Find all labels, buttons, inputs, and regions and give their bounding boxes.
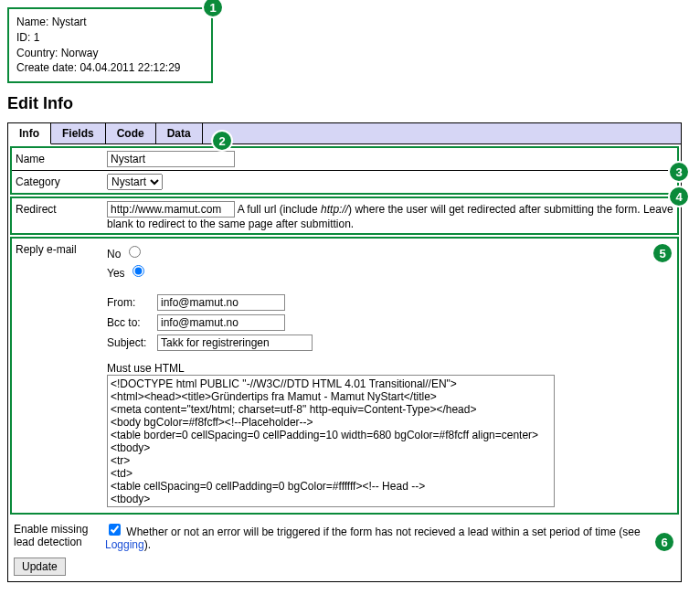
row-name: Name <box>12 148 677 170</box>
input-name[interactable] <box>107 151 235 167</box>
radio-no[interactable] <box>129 246 141 258</box>
input-subject[interactable] <box>157 335 313 351</box>
tab-code[interactable]: Code <box>106 123 156 143</box>
field-from: From: <box>107 294 673 311</box>
callout-badge-1: 1 <box>202 0 224 18</box>
edit-panel: Info Fields Code Data 2 Name Category Ny… <box>7 122 682 582</box>
input-from[interactable] <box>157 294 285 311</box>
tab-row: Info Fields Code Data 2 <box>8 123 681 144</box>
row-lead-detection: Enable missinglead detection Whether or … <box>10 518 679 554</box>
callout-badge-6: 6 <box>653 531 675 553</box>
field-subject: Subject: <box>107 335 673 351</box>
tab-fields[interactable]: Fields <box>51 123 106 143</box>
record-summary-box: 1 Name: Nystart ID: 1 Country: Norway Cr… <box>7 7 213 83</box>
update-button[interactable]: Update <box>14 558 66 576</box>
summary-create-date: Create date: 04.04.2011 22:12:29 <box>16 60 204 76</box>
label-subject: Subject: <box>107 336 157 349</box>
form-area: Name Category Nystart 3 Redirect <box>8 144 681 581</box>
callout-badge-3: 3 <box>668 161 689 183</box>
input-bcc[interactable] <box>157 314 285 331</box>
tab-info[interactable]: Info <box>8 123 51 144</box>
radio-no-label: No <box>107 248 121 260</box>
group-lead-detection: Enable missinglead detection Whether or … <box>10 518 679 554</box>
row-reply: Reply e-mail No Yes From: <box>12 239 677 513</box>
label-bcc: Bcc to: <box>107 316 157 329</box>
group-name-category: Name Category Nystart 3 <box>10 146 679 195</box>
radio-line-no: No <box>107 243 673 260</box>
label-category: Category <box>16 173 107 191</box>
label-name: Name <box>16 150 107 168</box>
label-from: From: <box>107 296 157 309</box>
group-redirect: Redirect A full url (include http://) wh… <box>10 196 679 235</box>
radio-line-yes: Yes <box>107 262 673 280</box>
radio-yes-label: Yes <box>107 267 125 280</box>
page-title: Edit Info <box>7 94 682 113</box>
label-lead-detection: Enable missinglead detection <box>14 520 105 551</box>
select-category[interactable]: Nystart <box>107 174 163 190</box>
label-reply: Reply e-mail <box>16 240 107 259</box>
callout-badge-4: 4 <box>668 186 689 207</box>
label-redirect: Redirect <box>16 200 107 218</box>
label-must-use-html: Must use HTML <box>107 362 673 375</box>
tab-filler <box>203 123 681 143</box>
tab-data[interactable]: Data <box>156 123 203 143</box>
textarea-html-body[interactable] <box>107 375 555 507</box>
group-reply-email: Reply e-mail No Yes From: <box>10 237 679 515</box>
field-bcc: Bcc to: <box>107 314 673 331</box>
input-redirect[interactable] <box>107 201 235 218</box>
radio-yes[interactable] <box>132 265 144 277</box>
row-category: Category Nystart <box>12 170 677 193</box>
link-logging[interactable]: Logging <box>105 538 144 551</box>
row-redirect: Redirect A full url (include http://) wh… <box>12 198 677 233</box>
checkbox-lead-detection[interactable] <box>109 524 121 536</box>
hint-lead-detection: Whether or not an error will be triggere… <box>105 526 641 551</box>
summary-name: Name: Nystart <box>16 15 204 30</box>
callout-badge-2: 2 <box>211 130 233 152</box>
callout-badge-5: 5 <box>652 242 673 264</box>
summary-id: ID: 1 <box>16 30 204 46</box>
summary-country: Country: Norway <box>16 46 204 61</box>
